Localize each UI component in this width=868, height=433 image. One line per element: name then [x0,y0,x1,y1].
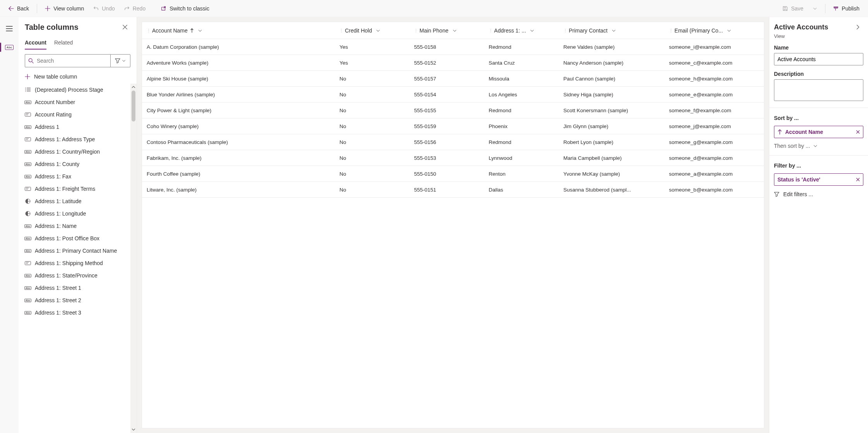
filter-chip[interactable]: Status is 'Active' [774,173,863,186]
column-item[interactable]: AbcAddress 1 [19,121,136,133]
column-type-icon: Abc [25,310,31,315]
plus-icon [25,74,30,79]
hamburger-button[interactable] [2,22,16,36]
column-item[interactable]: AbcAddress 1: Street 1 [19,282,136,294]
scrollbar-thumb[interactable] [132,91,135,122]
table-cell: Redmond [484,134,559,150]
view-properties-panel: Active Accounts View Name Description So… [769,17,868,433]
column-type-icon: Abc [25,174,31,179]
table-row[interactable]: Contoso Pharmaceuticals (sample)No555-01… [142,134,764,150]
search-box[interactable] [25,54,110,67]
tab-related[interactable]: Related [54,36,73,50]
redo-button[interactable]: Redo [120,2,149,15]
column-item[interactable]: AbcAccount Number [19,96,136,108]
column-item[interactable]: Address 1: Latitude [19,195,136,207]
grid-column-header[interactable]: ⋮Email (Primary Co... [664,22,764,39]
column-item-label: Account Number [35,99,75,105]
table-cell: A. Datum Corporation (sample) [142,39,335,55]
list-scrollbar[interactable] [130,84,137,433]
table-cell: someone_j@example.com [664,118,764,134]
table-row[interactable]: City Power & Light (sample)No555-0155Red… [142,103,764,118]
column-type-icon [25,112,31,117]
remove-sort-button[interactable] [856,130,860,134]
table-row[interactable]: Coho Winery (sample)No555-0159PhoenixJim… [142,118,764,134]
column-item[interactable]: Account Rating [19,108,136,121]
column-item[interactable]: AbcAddress 1: Fax [19,170,136,183]
grid-column-header[interactable]: ⋮Account Name [142,22,335,39]
column-type-icon [25,261,31,265]
chevron-down-icon [611,28,616,33]
save-button[interactable]: Save [779,2,807,15]
separator [37,4,37,13]
grid-column-header[interactable]: ⋮Main Phone [409,22,484,39]
name-label: Name [774,44,863,51]
save-icon [782,6,788,11]
column-item[interactable]: Address 1: Freight Terms [19,183,136,195]
column-item[interactable]: AbcAddress 1: County [19,158,136,170]
column-item[interactable]: (Deprecated) Process Stage [19,84,136,96]
column-item[interactable]: AbcAddress 1: Country/Region [19,145,136,158]
filter-button[interactable] [110,54,130,67]
column-item[interactable]: Address 1: Longitude [19,207,136,220]
filter-icon [115,58,120,63]
column-item[interactable]: AbcAddress 1: Street 2 [19,294,136,306]
column-item-label: Address 1: Country/Region [35,149,100,155]
table-row[interactable]: Fourth Coffee (sample)No555-0150RentonYv… [142,166,764,182]
close-panel-button[interactable] [120,22,130,33]
column-item[interactable]: Address 1: Address Type [19,133,136,145]
view-name-input[interactable] [774,53,863,65]
column-item[interactable]: AbcAddress 1: Post Office Box [19,232,136,245]
view-column-button[interactable]: View column [41,2,88,15]
publish-button[interactable]: Publish [829,2,863,15]
edit-filters-button[interactable]: Edit filters ... [769,191,868,204]
table-row[interactable]: Fabrikam, Inc. (sample)No555-0153Lynnwoo… [142,150,764,166]
table-row[interactable]: Alpine Ski House (sample)No555-0157Misso… [142,71,764,87]
column-item-label: Address 1: Street 2 [35,297,81,303]
table-cell: someone_c@example.com [664,55,764,70]
view-description-input[interactable] [774,79,863,101]
table-columns-rail-button[interactable]: Abc [2,40,16,54]
back-button[interactable]: Back [5,2,33,15]
chevron-down-icon [376,28,380,33]
table-cell: Yvonne McKay (sample) [559,166,664,181]
table-cell: Fabrikam, Inc. (sample) [142,150,335,166]
switch-classic-button[interactable]: Switch to classic [157,2,213,15]
grid-column-header[interactable]: ⋮Address 1: ... [484,22,559,39]
tab-account[interactable]: Account [25,36,46,50]
search-input[interactable] [37,58,107,64]
hamburger-icon [6,26,13,31]
table-cell: Litware, Inc. (sample) [142,182,335,197]
column-item[interactable]: AbcAddress 1: Name [19,220,136,232]
column-item[interactable]: Address 1: Shipping Method [19,257,136,269]
table-cell: someone_i@example.com [664,39,764,55]
table-row[interactable]: Adventure Works (sample)Yes555-0152Santa… [142,55,764,71]
remove-filter-button[interactable] [856,178,860,181]
switch-label: Switch to classic [169,5,209,12]
then-sort-by-button[interactable]: Then sort by ... [769,140,868,155]
sort-asc-icon [190,28,194,33]
column-item[interactable]: AbcAddress 1: State/Province [19,269,136,282]
table-cell: Adventure Works (sample) [142,55,335,70]
undo-button[interactable]: Undo [89,2,118,15]
sort-by-label: Sort by ... [769,108,868,124]
grid-column-header[interactable]: ⋮Primary Contact [559,22,664,39]
column-header-label: Credit Hold [345,27,372,34]
scroll-down-icon [132,428,135,431]
save-dropdown-button[interactable] [809,2,821,15]
table-cell: Paul Cannon (sample) [559,71,664,86]
column-item[interactable]: AbcAddress 1: Primary Contact Name [19,245,136,257]
new-table-column-button[interactable]: New table column [19,70,137,84]
sort-chip[interactable]: Account Name [774,126,863,138]
table-row[interactable]: A. Datum Corporation (sample)Yes555-0158… [142,39,764,55]
table-row[interactable]: Litware, Inc. (sample)No555-0151DallasSu… [142,182,764,198]
table-row[interactable]: Blue Yonder Airlines (sample)No555-0154L… [142,87,764,103]
table-cell: Blue Yonder Airlines (sample) [142,87,335,102]
column-item-label: Address 1: Shipping Method [35,260,103,266]
column-item[interactable]: AbcAddress 1: Street 3 [19,306,136,319]
grid-column-header[interactable]: ⋮Credit Hold [335,22,409,39]
table-cell: someone_b@example.com [664,182,764,197]
drag-handle-icon: ⋮ [147,28,151,33]
column-header-label: Address 1: ... [494,27,526,34]
column-type-icon [25,187,31,191]
expand-panel-button[interactable] [853,22,863,33]
